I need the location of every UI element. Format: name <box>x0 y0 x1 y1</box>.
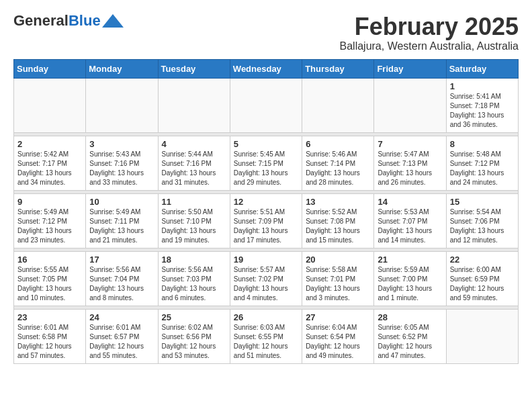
calendar-day-cell: 17Sunrise: 5:56 AM Sunset: 7:04 PM Dayli… <box>86 251 158 306</box>
calendar-table: SundayMondayTuesdayWednesdayThursdayFrid… <box>13 59 519 364</box>
calendar-week-row: 9Sunrise: 5:49 AM Sunset: 7:12 PM Daylig… <box>14 193 519 248</box>
calendar-week-row: 23Sunrise: 6:01 AM Sunset: 6:58 PM Dayli… <box>14 309 519 363</box>
day-info: Sunrise: 6:05 AM Sunset: 6:52 PM Dayligh… <box>378 323 442 361</box>
calendar-day-cell <box>230 78 302 132</box>
calendar-day-cell: 2Sunrise: 5:42 AM Sunset: 7:17 PM Daylig… <box>14 136 86 190</box>
calendar-day-cell: 16Sunrise: 5:55 AM Sunset: 7:05 PM Dayli… <box>14 251 86 306</box>
calendar-day-cell: 14Sunrise: 5:53 AM Sunset: 7:07 PM Dayli… <box>374 193 446 248</box>
day-number: 3 <box>89 139 154 149</box>
day-number: 24 <box>89 312 154 322</box>
title-area: February 2025 Ballajura, Western Austral… <box>340 13 519 52</box>
calendar-week-row: 2Sunrise: 5:42 AM Sunset: 7:17 PM Daylig… <box>14 136 519 190</box>
calendar-header-row: SundayMondayTuesdayWednesdayThursdayFrid… <box>14 59 519 78</box>
calendar-subtitle: Ballajura, Western Australia, Australia <box>340 40 519 52</box>
day-info: Sunrise: 5:42 AM Sunset: 7:17 PM Dayligh… <box>17 150 82 187</box>
day-number: 28 <box>378 312 442 322</box>
day-info: Sunrise: 5:52 AM Sunset: 7:08 PM Dayligh… <box>306 208 370 245</box>
day-number: 21 <box>378 255 442 265</box>
calendar-day-cell <box>446 309 518 363</box>
calendar-day-cell: 5Sunrise: 5:45 AM Sunset: 7:15 PM Daylig… <box>230 136 302 190</box>
day-number: 20 <box>306 255 370 265</box>
day-number: 5 <box>234 139 298 149</box>
calendar-day-cell: 21Sunrise: 5:59 AM Sunset: 7:00 PM Dayli… <box>374 251 446 306</box>
day-number: 15 <box>450 197 515 207</box>
day-info: Sunrise: 6:01 AM Sunset: 6:58 PM Dayligh… <box>17 323 82 361</box>
calendar-day-cell: 26Sunrise: 6:03 AM Sunset: 6:55 PM Dayli… <box>230 309 302 363</box>
calendar-day-cell: 25Sunrise: 6:02 AM Sunset: 6:56 PM Dayli… <box>158 309 230 363</box>
day-info: Sunrise: 6:03 AM Sunset: 6:55 PM Dayligh… <box>234 323 298 361</box>
calendar-week-row: 16Sunrise: 5:55 AM Sunset: 7:05 PM Dayli… <box>14 251 519 306</box>
day-info: Sunrise: 5:49 AM Sunset: 7:11 PM Dayligh… <box>89 208 154 245</box>
calendar-day-cell: 10Sunrise: 5:49 AM Sunset: 7:11 PM Dayli… <box>86 193 158 248</box>
day-number: 7 <box>378 139 442 149</box>
day-number: 27 <box>306 312 370 322</box>
calendar-day-cell: 3Sunrise: 5:43 AM Sunset: 7:16 PM Daylig… <box>86 136 158 190</box>
calendar-week-row: 1Sunrise: 5:41 AM Sunset: 7:18 PM Daylig… <box>14 78 519 132</box>
day-number: 10 <box>89 197 154 207</box>
day-info: Sunrise: 6:01 AM Sunset: 6:57 PM Dayligh… <box>89 323 154 361</box>
calendar-day-cell: 24Sunrise: 6:01 AM Sunset: 6:57 PM Dayli… <box>86 309 158 363</box>
calendar-day-cell: 18Sunrise: 5:56 AM Sunset: 7:03 PM Dayli… <box>158 251 230 306</box>
calendar-day-cell: 13Sunrise: 5:52 AM Sunset: 7:08 PM Dayli… <box>302 193 374 248</box>
calendar-day-cell: 8Sunrise: 5:48 AM Sunset: 7:12 PM Daylig… <box>446 136 518 190</box>
day-info: Sunrise: 5:59 AM Sunset: 7:00 PM Dayligh… <box>378 265 442 303</box>
logo: GeneralBlue <box>13 13 124 28</box>
weekday-header: Wednesday <box>230 59 302 78</box>
calendar-day-cell: 22Sunrise: 6:00 AM Sunset: 6:59 PM Dayli… <box>446 251 518 306</box>
day-info: Sunrise: 5:55 AM Sunset: 7:05 PM Dayligh… <box>17 265 82 303</box>
calendar-day-cell: 27Sunrise: 6:04 AM Sunset: 6:54 PM Dayli… <box>302 309 374 363</box>
day-info: Sunrise: 5:45 AM Sunset: 7:15 PM Dayligh… <box>234 150 298 187</box>
calendar-day-cell: 4Sunrise: 5:44 AM Sunset: 7:16 PM Daylig… <box>158 136 230 190</box>
calendar-day-cell: 20Sunrise: 5:58 AM Sunset: 7:01 PM Dayli… <box>302 251 374 306</box>
day-number: 2 <box>17 139 82 149</box>
day-number: 6 <box>306 139 370 149</box>
day-number: 13 <box>306 197 370 207</box>
day-info: Sunrise: 5:54 AM Sunset: 7:06 PM Dayligh… <box>450 208 515 245</box>
weekday-header: Thursday <box>302 59 374 78</box>
day-info: Sunrise: 5:51 AM Sunset: 7:09 PM Dayligh… <box>234 208 298 245</box>
calendar-day-cell: 19Sunrise: 5:57 AM Sunset: 7:02 PM Dayli… <box>230 251 302 306</box>
day-number: 9 <box>17 197 82 207</box>
day-number: 8 <box>450 139 515 149</box>
day-info: Sunrise: 5:47 AM Sunset: 7:13 PM Dayligh… <box>378 150 442 187</box>
calendar-day-cell: 9Sunrise: 5:49 AM Sunset: 7:12 PM Daylig… <box>14 193 86 248</box>
day-info: Sunrise: 5:41 AM Sunset: 7:18 PM Dayligh… <box>450 92 515 130</box>
day-info: Sunrise: 6:04 AM Sunset: 6:54 PM Dayligh… <box>306 323 370 361</box>
day-info: Sunrise: 5:49 AM Sunset: 7:12 PM Dayligh… <box>17 208 82 245</box>
day-number: 17 <box>89 255 154 265</box>
day-info: Sunrise: 5:48 AM Sunset: 7:12 PM Dayligh… <box>450 150 515 187</box>
calendar-day-cell: 11Sunrise: 5:50 AM Sunset: 7:10 PM Dayli… <box>158 193 230 248</box>
logo-icon <box>102 14 124 28</box>
calendar-header: GeneralBlue February 2025 Ballajura, Wes… <box>13 13 519 52</box>
day-number: 1 <box>450 81 515 91</box>
calendar-day-cell: 28Sunrise: 6:05 AM Sunset: 6:52 PM Dayli… <box>374 309 446 363</box>
day-info: Sunrise: 5:58 AM Sunset: 7:01 PM Dayligh… <box>306 265 370 303</box>
day-info: Sunrise: 6:02 AM Sunset: 6:56 PM Dayligh… <box>162 323 226 361</box>
day-number: 14 <box>378 197 442 207</box>
day-info: Sunrise: 5:44 AM Sunset: 7:16 PM Dayligh… <box>162 150 226 187</box>
day-number: 12 <box>234 197 298 207</box>
calendar-day-cell <box>86 78 158 132</box>
day-number: 26 <box>234 312 298 322</box>
calendar-day-cell <box>302 78 374 132</box>
day-number: 25 <box>162 312 226 322</box>
day-number: 19 <box>234 255 298 265</box>
weekday-header: Saturday <box>446 59 518 78</box>
day-number: 23 <box>17 312 82 322</box>
calendar-day-cell <box>14 78 86 132</box>
calendar-title: February 2025 <box>340 13 519 40</box>
calendar-day-cell: 6Sunrise: 5:46 AM Sunset: 7:14 PM Daylig… <box>302 136 374 190</box>
svg-marker-0 <box>102 14 124 28</box>
day-info: Sunrise: 5:53 AM Sunset: 7:07 PM Dayligh… <box>378 208 442 245</box>
day-number: 22 <box>450 255 515 265</box>
calendar-day-cell: 23Sunrise: 6:01 AM Sunset: 6:58 PM Dayli… <box>14 309 86 363</box>
calendar-day-cell: 1Sunrise: 5:41 AM Sunset: 7:18 PM Daylig… <box>446 78 518 132</box>
day-info: Sunrise: 5:46 AM Sunset: 7:14 PM Dayligh… <box>306 150 370 187</box>
weekday-header: Friday <box>374 59 446 78</box>
day-number: 4 <box>162 139 226 149</box>
calendar-day-cell <box>158 78 230 132</box>
weekday-header: Monday <box>86 59 158 78</box>
day-info: Sunrise: 6:00 AM Sunset: 6:59 PM Dayligh… <box>450 265 515 303</box>
day-info: Sunrise: 5:50 AM Sunset: 7:10 PM Dayligh… <box>162 208 226 245</box>
day-info: Sunrise: 5:56 AM Sunset: 7:04 PM Dayligh… <box>89 265 154 303</box>
